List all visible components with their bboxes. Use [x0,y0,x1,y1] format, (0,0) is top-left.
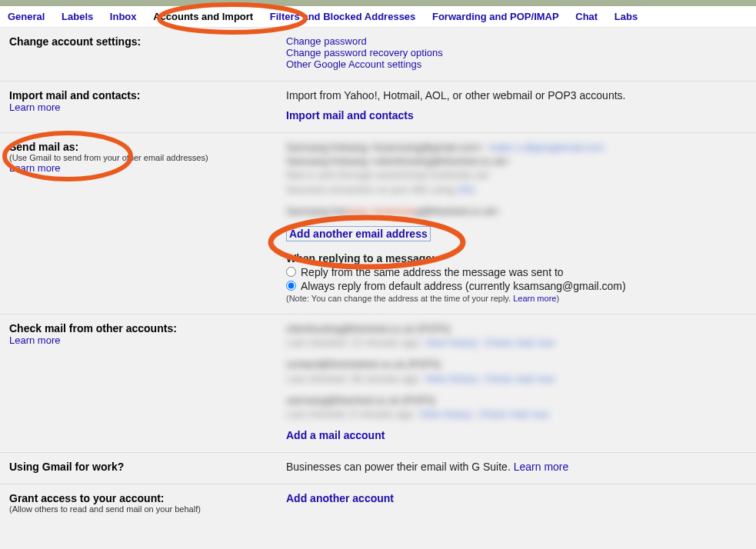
gmail-work-desc: Businesses can power their email with G … [286,461,514,473]
change-account-title: Change account settings: [9,35,286,48]
send-mail-as-sub: (Use Gmail to send from your other email… [9,153,286,162]
tab-labels[interactable]: Labels [62,11,93,22]
tab-general[interactable]: General [8,11,45,22]
check-mail-blurred-accounts: clienthosting@theshed.co.uk (POP3) Last … [286,322,747,421]
section-gmail-work: Using Gmail for work? Businesses can pow… [0,453,756,484]
link-import-mail-contacts[interactable]: Import mail and contacts [286,109,414,121]
grant-access-sub: (Allow others to read and send mail on y… [9,504,286,514]
link-add-another-account[interactable]: Add another account [286,492,394,504]
link-change-recovery[interactable]: Change password recovery options [286,47,443,58]
radio-reply-default-input[interactable] [286,281,296,291]
link-check-mail-learn-more[interactable]: Learn more [9,334,60,346]
tab-inbox[interactable]: Inbox [110,11,137,22]
radio-reply-same-label: Reply from the same address the message … [301,266,564,278]
tab-chat[interactable]: Chat [575,11,598,22]
section-grant-access: Grant access to your account: (Allow oth… [0,484,756,517]
tab-forwarding[interactable]: Forwarding and POP/IMAP [432,11,559,22]
link-send-mail-learn-more[interactable]: Learn more [9,162,60,174]
grant-access-title: Grant access to your account: [9,492,286,504]
link-add-another-email[interactable]: Add another email address [286,226,431,241]
link-other-google-settings[interactable]: Other Google Account settings [286,58,421,70]
section-send-mail-as: Send mail as: (Use Gmail to send from yo… [0,133,756,314]
section-check-mail: Check mail from other accounts: Learn mo… [0,314,756,453]
tab-labs[interactable]: Labs [614,11,638,22]
reply-heading: When replying to a message: [286,252,747,265]
radio-reply-default-label: Always reply from default address (curre… [301,280,626,292]
section-import-mail: Import mail and contacts: Learn more Imp… [0,82,756,133]
link-import-learn-more[interactable]: Learn more [9,101,60,113]
radio-reply-default[interactable]: Always reply from default address (curre… [286,280,747,292]
send-mail-blurred-addresses: Samsang Kelsang <ksamsang@gmail.com> mak… [286,141,747,218]
link-reply-note-learn-more[interactable]: Learn more [513,294,556,303]
reply-note: (Note: You can change the address at the… [286,294,747,303]
send-mail-as-title: Send mail as: [9,141,286,153]
section-change-account: Change account settings: Change password… [0,28,756,82]
check-mail-title: Check mail from other accounts: [9,322,286,334]
tab-accounts-and-import[interactable]: Accounts and Import [153,11,253,22]
link-change-password[interactable]: Change password [286,35,367,47]
import-mail-desc: Import from Yahoo!, Hotmail, AOL, or oth… [286,89,747,101]
link-add-mail-account[interactable]: Add a mail account [286,429,385,441]
import-mail-title: Import mail and contacts: [9,89,286,101]
tab-filters[interactable]: Filters and Blocked Addresses [270,11,416,22]
radio-reply-same-address[interactable]: Reply from the same address the message … [286,266,747,278]
link-gmail-work-learn-more[interactable]: Learn more [514,461,569,473]
gmail-work-title: Using Gmail for work? [9,461,286,473]
settings-tabs: General Labels Inbox Accounts and Import… [0,6,756,28]
radio-reply-same-input[interactable] [286,267,296,277]
